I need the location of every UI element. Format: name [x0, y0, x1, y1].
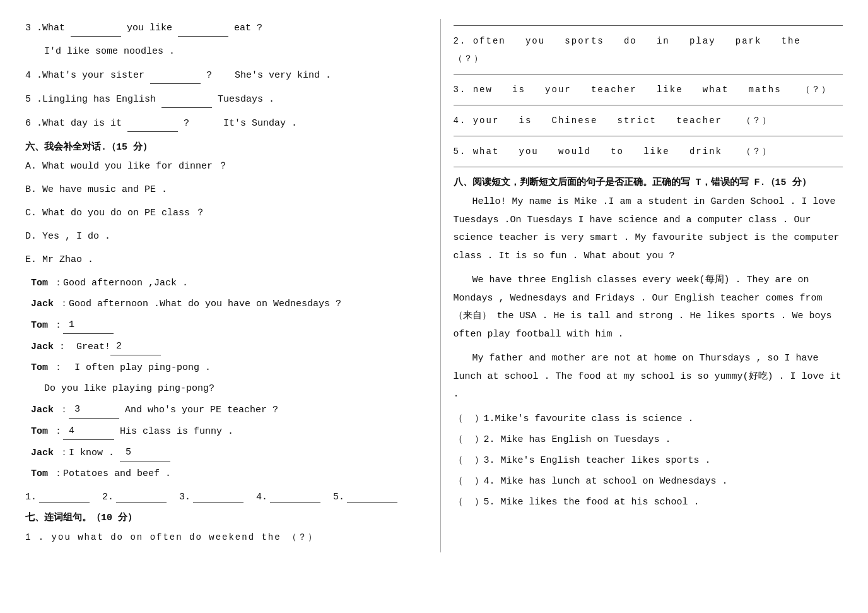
- judge-2: （ ）2. Mike has English on Tuesdays .: [454, 431, 843, 448]
- judge-4: （ ）4. Mike has lunch at school on Wednes…: [454, 473, 843, 490]
- section6-e: E. Mr Zhao .: [25, 251, 415, 268]
- word-order-5: 5. what you would to like drink （？）: [454, 143, 843, 160]
- separator-3: [454, 105, 843, 105]
- judge-5: （ ）5. Mike likes the food at his school …: [454, 494, 843, 511]
- fill-blanks-row: 1. 2. 3. 4. 5.: [25, 491, 415, 503]
- reading-para-1: Hello! My name is Mike .I am a student i…: [454, 193, 843, 265]
- reading-section: Hello! My name is Mike .I am a student i…: [454, 193, 843, 404]
- item-4: 4 .What's your sister ? She's very kind …: [25, 66, 415, 84]
- item-3: 3 .What you like eat ?: [25, 19, 415, 37]
- blank-4[interactable]: [150, 66, 201, 84]
- section7-title: 七、连词组句。（10 分）: [25, 511, 415, 523]
- separator-2: [454, 74, 843, 74]
- section6-d: D. Yes , I do .: [25, 228, 415, 245]
- blank-dialog-3[interactable]: 3: [69, 401, 119, 419]
- section6-b: B. We have music and PE .: [25, 181, 415, 198]
- blank-dialog-4[interactable]: 4: [63, 422, 114, 440]
- dialog-jack-4: Jack ：I know . 5: [25, 444, 415, 461]
- separator-5: [454, 167, 843, 167]
- fill-5: 5.: [333, 491, 397, 503]
- dialog-tom-5: Tom ：Potatoes and beef .: [25, 465, 415, 482]
- blank-3b[interactable]: [178, 19, 228, 37]
- separator-top: [454, 25, 843, 26]
- word-order-4: 4. your is Chinese strict teacher （？）: [454, 112, 843, 129]
- section8-title: 八、阅读短文，判断短文后面的句子是否正确。正确的写 T，错误的写 F.（15 分…: [454, 176, 843, 188]
- dialog-tom-3: Tom ： I often play ping-pong .: [25, 359, 415, 376]
- fill-4: 4.: [256, 491, 320, 503]
- item-3-answer: I'd like some noodles .: [44, 43, 415, 60]
- dialog-tom-3b: Do you like playing ping-pong?: [44, 380, 415, 397]
- blank-dialog-1[interactable]: 1: [63, 316, 114, 334]
- word-order-3: 3. new is your teacher like what maths （…: [454, 81, 843, 98]
- section6-title: 六、我会补全对话.（15 分）: [25, 141, 415, 153]
- dialog-tom-1: Tom ：Good afternoon ,Jack .: [25, 275, 415, 292]
- blank-5[interactable]: [161, 90, 212, 108]
- reading-para-2: We have three English classes every week…: [454, 271, 843, 343]
- dialog-jack-3: Jack ： 3 And who's your PE teacher ?: [25, 401, 415, 419]
- right-column: 2. often you sports do in play park the …: [440, 19, 843, 552]
- section6-a: A. What would you like for dinner ？: [25, 158, 415, 175]
- dialog-jack-1: Jack ：Good afternoon .What do you have o…: [25, 295, 415, 312]
- judge-1: （ ）1.Mike's favourite class is science .: [454, 410, 843, 427]
- item-5: 5 .Lingling has English Tuesdays .: [25, 90, 415, 108]
- blank-dialog-5[interactable]: 5: [120, 444, 170, 461]
- reading-para-3: My father and mother are not at home on …: [454, 350, 843, 404]
- separator-4: [454, 136, 843, 136]
- dialog-tom-2: Tom ： 1: [25, 316, 415, 334]
- blank-dialog-2[interactable]: 2: [110, 338, 161, 355]
- judge-3: （ ）3. Mike's English teacher likes sport…: [454, 452, 843, 469]
- word-order-1: 1 . you what do on often do weekend the …: [25, 528, 415, 546]
- word-order-2: 2. often you sports do in play park the …: [454, 32, 843, 68]
- fill-2: 2.: [102, 491, 167, 503]
- fill-1: 1.: [25, 491, 90, 503]
- page-layout: 3 .What you like eat ? I'd like some noo…: [25, 19, 843, 552]
- dialog-jack-2: Jack : Great! 2: [25, 338, 415, 355]
- left-column: 3 .What you like eat ? I'd like some noo…: [25, 19, 415, 552]
- fill-3: 3.: [179, 491, 243, 503]
- dialog-tom-4: Tom ： 4 His class is funny .: [25, 422, 415, 440]
- blank-3a[interactable]: [71, 19, 121, 37]
- blank-6[interactable]: [127, 114, 178, 132]
- section6-c: C. What do you do on PE class ？: [25, 205, 415, 222]
- item-6: 6 .What day is it ? It's Sunday .: [25, 114, 415, 132]
